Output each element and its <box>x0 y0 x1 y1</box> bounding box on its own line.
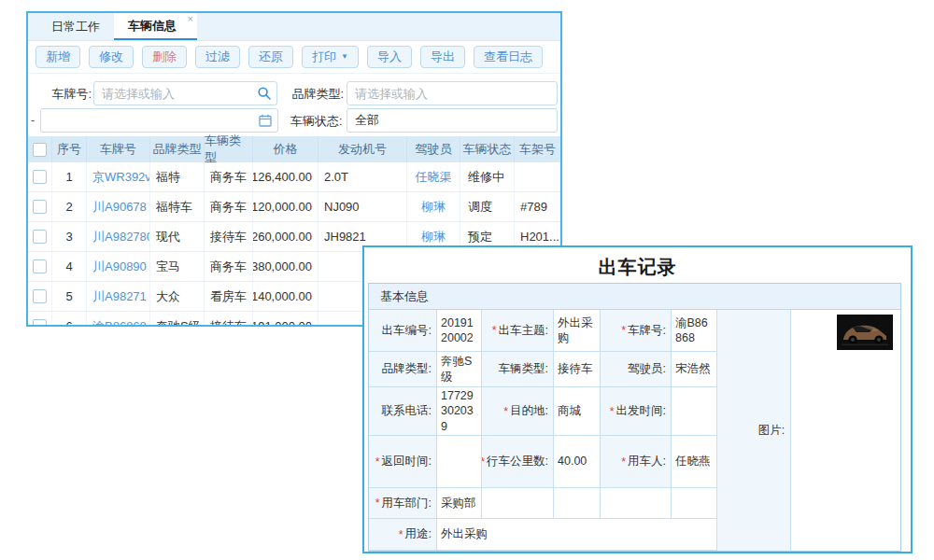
row-checkbox[interactable] <box>33 170 47 184</box>
field-label-return-time: *返回时间: <box>369 436 437 488</box>
tab-vehicle-info-label: 车辆信息 <box>128 18 177 35</box>
filter-button[interactable]: 过滤 <box>195 46 240 68</box>
row-checkbox[interactable] <box>33 289 47 303</box>
field-value-departure-time <box>672 387 717 436</box>
calendar-icon[interactable] <box>258 113 273 128</box>
filter-button-label: 过滤 <box>205 49 230 65</box>
brand-search-input[interactable] <box>347 81 558 105</box>
column-header-frame: 车架号 <box>515 136 560 162</box>
field-value-destination: 商城 <box>554 387 601 436</box>
print-button[interactable]: 打印▼ <box>302 46 359 68</box>
field-label-vehicle-type: 车辆类型: <box>482 352 554 387</box>
row-checkbox-cell <box>28 162 52 191</box>
field-value-return-time <box>437 436 482 488</box>
driver-link[interactable]: 柳琳 <box>421 229 446 245</box>
driver-link[interactable]: 任晓渠 <box>416 169 452 186</box>
select-all-checkbox[interactable] <box>33 143 47 157</box>
required-asterisk: * <box>482 455 485 469</box>
field-label-text: 用车人: <box>628 454 666 469</box>
header-checkbox-cell <box>28 136 52 162</box>
cell-plate: 川A98271 <box>87 282 150 311</box>
row-checkbox[interactable] <box>33 259 47 273</box>
field-label-text: 出车编号: <box>382 323 432 339</box>
plate-link[interactable]: 京WR392v <box>92 169 150 186</box>
driver-link[interactable]: 柳琳 <box>421 199 446 216</box>
brand-filter-label: 品牌类型: <box>290 86 344 103</box>
row-checkbox-cell <box>28 312 52 327</box>
required-asterisk: * <box>375 497 380 510</box>
import-button-label: 导入 <box>377 49 402 65</box>
field-label-purpose: *用途: <box>369 519 437 551</box>
plate-filter-label: 车牌号: <box>28 86 92 103</box>
delete-button[interactable]: 删除 <box>142 46 187 68</box>
field-value-driver: 宋浩然 <box>672 352 717 387</box>
required-asterisk: * <box>492 324 497 337</box>
tab-vehicle-info[interactable]: 车辆信息 × <box>114 13 197 40</box>
date-input[interactable] <box>40 108 278 133</box>
cell-seq: 5 <box>52 282 87 311</box>
cell-driver: 任晓渠 <box>407 162 460 191</box>
close-tab-icon[interactable]: × <box>188 13 193 24</box>
field-label-text: 目的地: <box>510 403 548 419</box>
cell-frame: #789 <box>515 192 560 221</box>
cell-brand: 宝马 <box>150 252 205 281</box>
print-caret-icon: ▼ <box>341 53 348 61</box>
plate-search-input[interactable] <box>93 81 277 105</box>
field-value-brand-type: 奔驰S级 <box>437 352 482 387</box>
cell-seq: 3 <box>52 222 87 251</box>
cell-price: 191,000.00 <box>253 312 318 327</box>
row-checkbox[interactable] <box>33 230 47 244</box>
restore-button[interactable]: 还原 <box>248 46 293 68</box>
car-thumbnail[interactable] <box>837 315 893 350</box>
field-label-vehicle-user: *用车人: <box>601 436 672 488</box>
plate-link[interactable]: 川A90890 <box>92 259 147 275</box>
cell-brand: 福特车 <box>150 192 205 221</box>
cell-price: 380,000.00 <box>253 252 318 281</box>
export-button[interactable]: 导出 <box>420 46 465 68</box>
picture-label: 图片: <box>758 423 785 439</box>
tab-daily-work[interactable]: 日常工作 <box>37 13 114 40</box>
cell-brand: 奔驰S级 <box>150 312 205 327</box>
cell-brand: 福特 <box>150 162 205 191</box>
field-label-brand-type: 品牌类型: <box>369 352 437 387</box>
row-checkbox[interactable] <box>33 319 47 327</box>
search-icon[interactable] <box>257 86 272 101</box>
plate-link[interactable]: 川A90678 <box>92 199 147 216</box>
field-value-blank-1 <box>554 488 601 519</box>
field-label-user-department: *用车部门: <box>369 488 437 519</box>
column-header-plate: 车牌号 <box>87 136 150 162</box>
cell-plate: 川A982780 <box>87 222 150 251</box>
date-range-dash: - <box>31 113 35 127</box>
cell-type: 接待车 <box>205 312 253 327</box>
section-header-basic-info: 基本信息 <box>369 284 900 310</box>
status-select[interactable]: 全部 <box>347 108 558 133</box>
plate-link[interactable]: 川A982780 <box>92 229 150 245</box>
edit-button[interactable]: 修改 <box>89 46 134 68</box>
cell-engine: 2.0T <box>318 162 407 191</box>
record-title: 出车记录 <box>364 255 911 280</box>
plate-link[interactable]: 川A98271 <box>92 288 147 305</box>
field-label-departure-time: *出发时间: <box>601 387 672 436</box>
field-label-mileage: *行车公里数: <box>482 436 554 488</box>
print-button-label: 打印 <box>312 49 336 65</box>
field-value-vehicle-type: 接待车 <box>554 352 601 387</box>
restore-button-label: 还原 <box>259 49 283 65</box>
required-asterisk: * <box>621 324 626 337</box>
row-checkbox-cell <box>28 252 52 281</box>
cell-plate: 渝B86868 <box>87 312 150 327</box>
field-label-text: 出发时间: <box>616 403 666 419</box>
column-header-engine: 发动机号 <box>318 136 407 162</box>
field-label-dispatch-no: 出车编号: <box>369 310 437 352</box>
view-log-button[interactable]: 查看日志 <box>474 46 543 68</box>
table-header-row: 序号车牌号品牌类型车辆类型价格发动机号驾驶员车辆状态车架号 <box>28 136 560 162</box>
plate-link[interactable]: 渝B86868 <box>92 318 147 328</box>
record-form-body: 出车编号:2019120002*出车主题:外出采购*车牌号:渝B86868品牌类… <box>369 310 900 551</box>
field-label-blank-1 <box>482 488 554 519</box>
cell-frame <box>515 162 560 191</box>
import-button[interactable]: 导入 <box>367 46 412 68</box>
table-row: 1京WR392v福特商务车126,400.002.0T任晓渠维修中 <box>28 162 560 192</box>
field-value-user-department: 采购部 <box>437 488 482 519</box>
row-checkbox[interactable] <box>33 200 47 214</box>
add-button[interactable]: 新增 <box>35 46 80 68</box>
field-label-text: 返回时间: <box>382 454 432 469</box>
